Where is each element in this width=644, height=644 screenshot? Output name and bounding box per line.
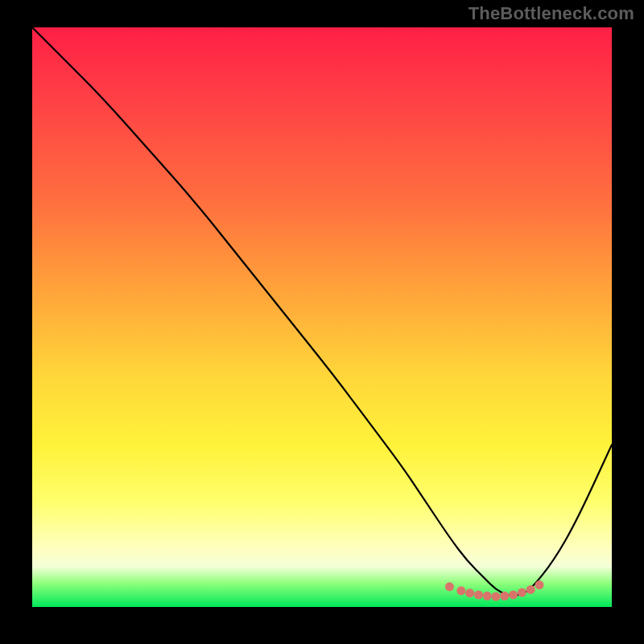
valley-marker bbox=[445, 582, 454, 591]
valley-marker bbox=[509, 590, 518, 599]
valley-marker bbox=[518, 588, 526, 597]
valley-marker bbox=[500, 592, 509, 601]
plot-area bbox=[32, 27, 612, 607]
chart-frame: TheBottleneck.com bbox=[0, 0, 644, 644]
bottleneck-curve bbox=[32, 27, 612, 596]
valley-marker bbox=[526, 585, 535, 594]
curve-overlay bbox=[32, 27, 612, 607]
valley-marker bbox=[492, 592, 501, 601]
attribution-text: TheBottleneck.com bbox=[469, 3, 634, 24]
valley-marker bbox=[483, 592, 492, 601]
valley-marker bbox=[465, 588, 474, 597]
valley-markers bbox=[445, 580, 544, 601]
valley-marker bbox=[456, 586, 465, 595]
valley-marker bbox=[474, 590, 483, 599]
valley-marker bbox=[535, 580, 544, 589]
